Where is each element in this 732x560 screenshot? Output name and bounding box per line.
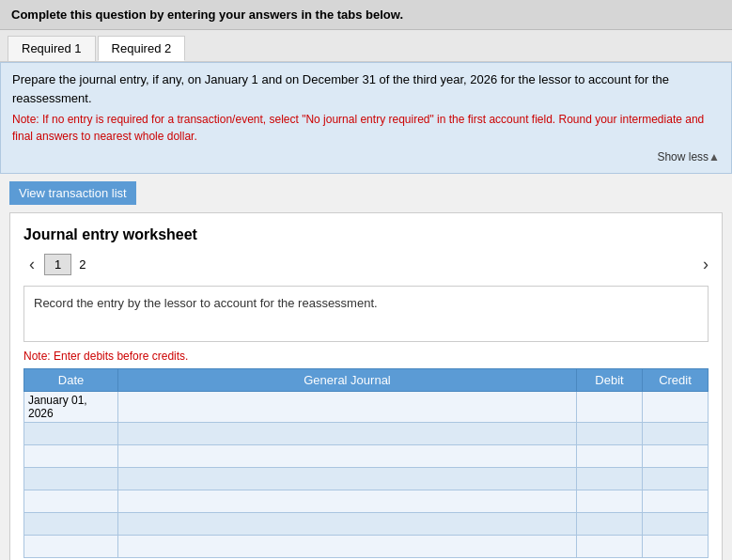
- table-row: [24, 513, 709, 536]
- table-row: [24, 445, 709, 468]
- general-journal-input[interactable]: [122, 450, 572, 463]
- debit-input[interactable]: [581, 495, 638, 508]
- date-input[interactable]: [28, 428, 114, 441]
- debit-input[interactable]: [581, 428, 638, 441]
- page-2-num[interactable]: 2: [79, 257, 86, 272]
- note-debits: Note: Enter debits before credits.: [23, 350, 709, 363]
- debit-cell: [577, 536, 643, 558]
- credit-cell: [643, 445, 709, 468]
- date-cell: January 01, 2026: [24, 392, 118, 423]
- credit-cell: [643, 423, 709, 445]
- page-1-box[interactable]: 1: [44, 254, 71, 275]
- debit-cell: [577, 445, 643, 468]
- debit-input[interactable]: [581, 540, 638, 553]
- table-row: January 01, 2026: [24, 392, 709, 423]
- table-row: [24, 490, 709, 513]
- general-journal-cell: [118, 536, 577, 558]
- instructions-main: Prepare the journal entry, if any, on Ja…: [12, 70, 720, 107]
- credit-input[interactable]: [646, 540, 704, 553]
- credit-cell: [643, 490, 709, 513]
- banner-text: Complete this question by entering your …: [11, 8, 403, 22]
- general-journal-cell: [118, 513, 577, 536]
- debit-input[interactable]: [581, 401, 638, 414]
- date-cell: [24, 513, 118, 536]
- date-input[interactable]: [28, 540, 114, 553]
- debit-cell: [577, 490, 643, 513]
- tab-required-1[interactable]: Required 1: [8, 36, 96, 61]
- debit-input[interactable]: [581, 450, 638, 463]
- debit-input[interactable]: [581, 518, 638, 531]
- instructions-box: Prepare the journal entry, if any, on Ja…: [0, 62, 732, 174]
- pagination-row: ‹ 1 2 ›: [23, 253, 709, 276]
- credit-cell: [643, 513, 709, 536]
- tabs-row: Required 1 Required 2: [0, 30, 732, 62]
- credit-input[interactable]: [646, 428, 704, 441]
- date-cell: [24, 468, 118, 490]
- date-input[interactable]: [28, 495, 114, 508]
- prev-page-arrow[interactable]: ‹: [23, 253, 40, 276]
- col-debit: Debit: [577, 369, 643, 392]
- date-cell: [24, 445, 118, 468]
- entry-description: Record the entry by the lessor to accoun…: [23, 286, 709, 342]
- date-input[interactable]: [28, 450, 114, 463]
- debit-cell: [577, 423, 643, 445]
- general-journal-cell: [118, 423, 577, 445]
- general-journal-cell: [118, 392, 577, 423]
- show-less-toggle[interactable]: Show less▲: [12, 145, 720, 165]
- general-journal-input[interactable]: [122, 473, 572, 486]
- table-row: [24, 423, 709, 445]
- credit-input[interactable]: [646, 450, 704, 463]
- top-banner: Complete this question by entering your …: [0, 0, 732, 30]
- date-cell: [24, 536, 118, 558]
- table-row: [24, 536, 709, 558]
- general-journal-cell: [118, 445, 577, 468]
- date-input[interactable]: [28, 518, 114, 531]
- date-cell: [24, 423, 118, 445]
- journal-table: Date General Journal Debit Credit Januar…: [23, 368, 709, 558]
- debit-cell: [577, 513, 643, 536]
- general-journal-input[interactable]: [122, 518, 572, 531]
- debit-input[interactable]: [581, 473, 638, 486]
- date-cell: [24, 490, 118, 513]
- credit-input[interactable]: [646, 401, 704, 414]
- debit-cell: [577, 468, 643, 490]
- credit-input[interactable]: [646, 473, 704, 486]
- general-journal-input[interactable]: [122, 401, 572, 414]
- col-date: Date: [24, 369, 118, 392]
- credit-cell: [643, 536, 709, 558]
- credit-cell: [643, 468, 709, 490]
- debit-cell: [577, 392, 643, 423]
- general-journal-input[interactable]: [122, 495, 572, 508]
- credit-cell: [643, 392, 709, 423]
- credit-input[interactable]: [646, 495, 704, 508]
- tab-required-2[interactable]: Required 2: [98, 36, 186, 61]
- general-journal-cell: [118, 468, 577, 490]
- worksheet-container: Journal entry worksheet ‹ 1 2 › Record t…: [9, 212, 723, 560]
- worksheet-title: Journal entry worksheet: [23, 226, 709, 243]
- next-page-arrow[interactable]: ›: [703, 255, 709, 274]
- date-input[interactable]: [28, 473, 114, 486]
- instructions-note: Note: If no entry is required for a tran…: [12, 111, 720, 145]
- view-transaction-button[interactable]: View transaction list: [9, 181, 136, 205]
- general-journal-input[interactable]: [122, 540, 572, 553]
- general-journal-input[interactable]: [122, 428, 572, 441]
- table-row: [24, 468, 709, 490]
- col-credit: Credit: [643, 369, 709, 392]
- col-general-journal: General Journal: [118, 369, 577, 392]
- general-journal-cell: [118, 490, 577, 513]
- credit-input[interactable]: [646, 518, 704, 531]
